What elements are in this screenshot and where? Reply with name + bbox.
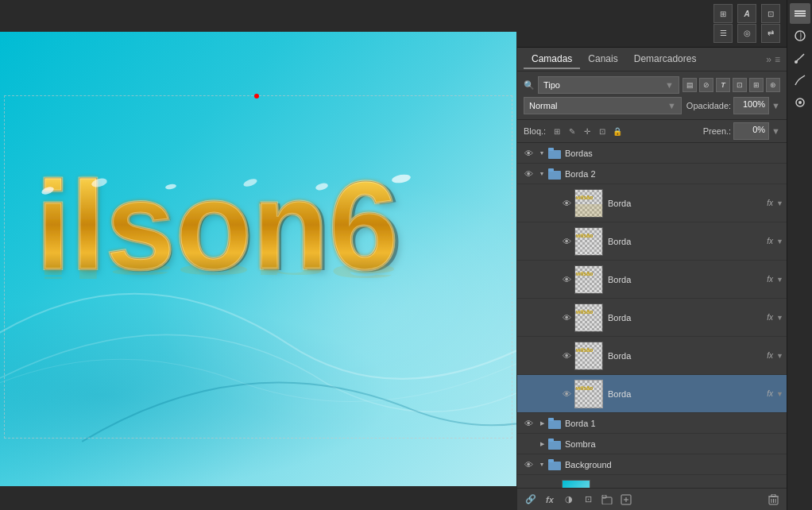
canvas-top-bar bbox=[0, 0, 516, 32]
lock-label: Bloq.: bbox=[524, 126, 546, 136]
svg-rect-11 bbox=[548, 148, 554, 151]
canvas-area: ilson6 ilson6 ilson6 ilson6 bbox=[0, 0, 516, 510]
grid-icon[interactable]: ⊞ bbox=[713, 4, 733, 23]
layer-name-borda-f: Borda bbox=[608, 389, 767, 399]
lock-artboard-icon[interactable]: ⊡ bbox=[596, 125, 609, 137]
fx-expand-borda-b[interactable]: ▼ bbox=[776, 238, 783, 245]
layer-row-borda-e[interactable]: 👁 wilsão Borda fx ▼ bbox=[517, 337, 787, 375]
filter-icon-2[interactable]: ⊘ bbox=[699, 78, 713, 92]
lock-move-icon[interactable]: ✛ bbox=[581, 125, 594, 137]
filter-icon-5[interactable]: ⊞ bbox=[749, 78, 764, 92]
filter-icon-4[interactable]: ⊡ bbox=[733, 78, 747, 92]
eye-icon-bg-image[interactable] bbox=[546, 486, 562, 489]
lock-all-icon[interactable]: 🔒 bbox=[611, 125, 624, 137]
filter-type-dropdown[interactable]: Tipo ▼ bbox=[538, 76, 679, 94]
group-row-borda2[interactable]: 👁 Borda 2 bbox=[517, 164, 787, 184]
panel-tab-expand[interactable]: » ≡ bbox=[766, 54, 780, 65]
group-name-sombra: Sombra bbox=[565, 439, 783, 449]
fx-expand-borda-f[interactable]: ▼ bbox=[776, 390, 783, 398]
tool-curves-icon[interactable] bbox=[790, 70, 810, 91]
mask-icon[interactable]: ⊡ bbox=[581, 493, 595, 507]
filter-icon-6[interactable]: ⊛ bbox=[766, 78, 780, 92]
eye-icon-background[interactable]: 👁 bbox=[520, 457, 536, 473]
layer-row-bg-image[interactable]: background image 4725444_1920 bbox=[517, 475, 787, 488]
eye-icon-borda-f[interactable]: 👁 bbox=[559, 386, 574, 402]
eye-icon-borda-e[interactable]: 👁 bbox=[559, 348, 574, 364]
eye-icon-bordas[interactable]: 👁 bbox=[520, 145, 536, 161]
tab-demarcadores[interactable]: Demarcadores bbox=[626, 50, 705, 69]
fx-icon[interactable]: fx bbox=[543, 493, 557, 507]
eye-icon-borda2[interactable]: 👁 bbox=[520, 166, 536, 182]
tab-canais[interactable]: Canais bbox=[580, 50, 625, 69]
table-icon[interactable]: ⊡ bbox=[761, 4, 780, 23]
layer-row-borda-d[interactable]: 👁 wilsão Borda fx ▼ bbox=[517, 299, 787, 337]
fx-expand-borda-a[interactable]: ▼ bbox=[776, 199, 783, 207]
svg-rect-13 bbox=[548, 168, 554, 172]
paint-icon[interactable]: ◎ bbox=[737, 24, 756, 43]
opacity-dropdown-arrow: ▼ bbox=[771, 101, 780, 110]
fx-expand-borda-d[interactable]: ▼ bbox=[776, 314, 783, 322]
link-layers-icon[interactable]: 🔗 bbox=[524, 493, 538, 507]
group-row-borda1[interactable]: 👁 Borda 1 bbox=[517, 413, 787, 434]
canvas-bottom-bar bbox=[0, 486, 516, 510]
layer-row-borda-b[interactable]: 👁 wilsão Borda fx ▼ bbox=[517, 222, 787, 261]
layers-main: 👁 Bordas 👁 bbox=[517, 143, 787, 488]
canvas-background: ilson6 ilson6 ilson6 ilson6 bbox=[0, 32, 516, 486]
fx-expand-borda-c[interactable]: ▼ bbox=[776, 276, 783, 284]
expand-borda2[interactable] bbox=[536, 168, 547, 180]
expand-background[interactable] bbox=[536, 459, 547, 470]
svg-rect-43 bbox=[795, 10, 806, 12]
new-layer-icon[interactable] bbox=[619, 493, 633, 507]
expand-bordas[interactable] bbox=[536, 148, 547, 159]
layers-stack-icon[interactable]: ☰ bbox=[713, 24, 733, 43]
svg-rect-12 bbox=[548, 171, 561, 180]
lock-paint-icon[interactable]: ✎ bbox=[566, 125, 578, 137]
eye-icon-borda-c[interactable]: 👁 bbox=[559, 272, 574, 288]
swap-icon[interactable]: ⇄ bbox=[761, 24, 780, 43]
delete-layer-icon[interactable] bbox=[766, 493, 780, 507]
opacity-input[interactable]: 100% bbox=[733, 97, 769, 114]
eye-icon-borda1[interactable]: 👁 bbox=[520, 415, 536, 431]
thumbnail-borda-a: wilsão bbox=[574, 189, 603, 218]
tool-brush-icon[interactable] bbox=[790, 48, 810, 68]
fill-label: Preen.: bbox=[703, 126, 731, 136]
eye-icon-borda-a[interactable]: 👁 bbox=[559, 195, 574, 211]
expand-sombra[interactable] bbox=[536, 439, 547, 450]
new-group-icon[interactable] bbox=[600, 493, 614, 507]
tool-color-icon[interactable] bbox=[790, 92, 810, 113]
layer-row-borda-a[interactable]: 👁 wilsão Borda fx ▼ bbox=[517, 184, 787, 222]
fx-badge-borda-b: fx bbox=[767, 237, 773, 245]
svg-text:wilsão: wilsão bbox=[575, 385, 593, 391]
folder-icon-sombra bbox=[547, 437, 562, 451]
adjustment-layer-icon[interactable]: ◑ bbox=[562, 493, 576, 507]
text-icon[interactable]: A bbox=[737, 4, 756, 23]
tab-camadas[interactable]: Camadas bbox=[524, 50, 580, 69]
eye-icon-sombra[interactable] bbox=[520, 436, 536, 452]
group-row-background[interactable]: 👁 Background bbox=[517, 454, 787, 475]
filter-type-label: Tipo bbox=[543, 80, 560, 90]
group-row-sombra[interactable]: Sombra bbox=[517, 434, 787, 454]
group-row-bordas[interactable]: 👁 Bordas bbox=[517, 143, 787, 164]
layer-name-borda-b: Borda bbox=[608, 237, 767, 246]
panel-tabs: Camadas Canais Demarcadores » ≡ bbox=[517, 48, 787, 71]
eye-icon-borda-d[interactable]: 👁 bbox=[559, 310, 574, 326]
tool-layers-icon[interactable] bbox=[790, 3, 810, 24]
expand-borda1[interactable] bbox=[536, 418, 547, 429]
tool-adjust-icon[interactable] bbox=[790, 25, 810, 46]
svg-text:wilsão: wilsão bbox=[575, 233, 593, 238]
lock-fill-row: Bloq.: ⊞ ✎ ✛ ⊡ 🔒 Preen.: 0% ▼ bbox=[517, 120, 787, 143]
fill-input[interactable]: 0% bbox=[733, 122, 769, 140]
eye-icon-borda-b[interactable]: 👁 bbox=[559, 234, 574, 249]
fx-badge-borda-c: fx bbox=[767, 275, 773, 284]
filter-dropdown-arrow: ▼ bbox=[665, 80, 674, 90]
panel-controls-strip: ⊞ A ⊡ ☰ ◎ ⇄ bbox=[517, 0, 787, 48]
folder-icon-borda2 bbox=[547, 167, 562, 181]
layer-row-borda-c[interactable]: 👁 wilsão Borda fx ▼ bbox=[517, 261, 787, 299]
svg-rect-26 bbox=[548, 420, 561, 429]
fx-expand-borda-e[interactable]: ▼ bbox=[776, 352, 783, 360]
filter-icon-3[interactable]: T bbox=[716, 78, 730, 92]
filter-icon-1[interactable]: ▤ bbox=[682, 78, 697, 92]
blend-mode-dropdown[interactable]: Normal ▼ bbox=[524, 97, 682, 114]
lock-transparent-icon[interactable]: ⊞ bbox=[551, 125, 563, 137]
layer-row-borda-f[interactable]: 👁 wilsão Borda fx ▼ bbox=[517, 375, 787, 413]
